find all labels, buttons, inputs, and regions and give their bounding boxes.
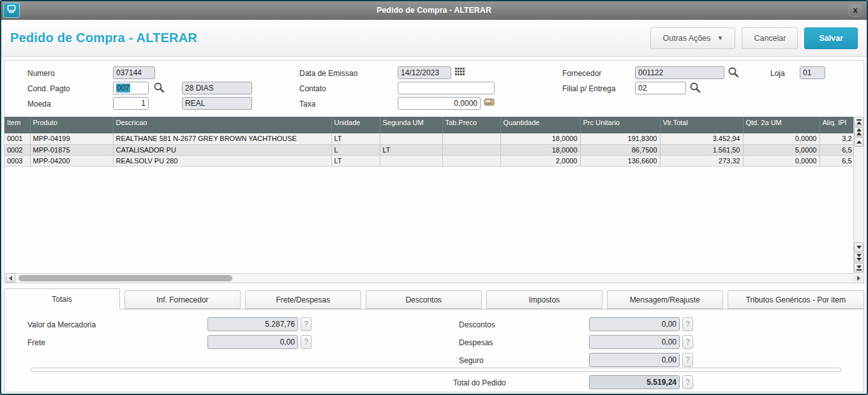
totals-separator (30, 368, 842, 372)
cell-prc-unitario[interactable]: 136,6600 (580, 155, 660, 166)
cell-quantidade[interactable]: 18,0000 (500, 144, 580, 155)
cell-descricao[interactable]: CATALISADOR PU (113, 144, 331, 155)
cancelar-button[interactable]: Cancelar (742, 27, 798, 49)
tab-inf-fornecedor[interactable]: Inf. Fornecedor (124, 290, 241, 309)
loja-field[interactable] (800, 66, 825, 79)
col-prc-unitario[interactable]: Prc Unitario (580, 117, 660, 133)
col-qtd-2a-um[interactable]: Qtd. 2a UM (743, 117, 819, 133)
grid-horizontal-scrollbar[interactable] (4, 273, 853, 283)
cell-quantidade[interactable]: 2,0000 (500, 155, 580, 166)
taxa-label: Taxa (299, 100, 315, 108)
cell-aliq-ipi[interactable]: 3,2 (819, 133, 855, 144)
col-aliq-ipi[interactable]: Aliq. IPI (819, 117, 855, 133)
cell-aliq-ipi[interactable]: 6,5 (819, 144, 855, 155)
filial-entrega-search-icon[interactable] (689, 82, 701, 93)
cell-prc-unitario[interactable]: 86,7500 (580, 144, 660, 155)
cell-tab-preco[interactable] (442, 155, 500, 166)
valor-mercadoria-field[interactable] (207, 317, 298, 331)
cond-pagto-field[interactable]: 007 (113, 82, 149, 94)
cell-unidade[interactable]: L (331, 144, 380, 155)
moeda-desc-field[interactable] (182, 97, 252, 110)
scroll-up-icon[interactable] (854, 137, 864, 147)
cell-vlr-total[interactable]: 1.561,50 (660, 144, 743, 155)
scroll-page-up-icon[interactable] (854, 127, 864, 137)
col-item[interactable]: Item (4, 117, 30, 133)
outras-acoes-button[interactable]: Outras Ações ▼ (650, 27, 735, 49)
scroll-right-icon[interactable] (853, 273, 864, 283)
cell-segunda-um[interactable] (380, 155, 442, 166)
calendar-icon[interactable] (455, 67, 467, 78)
col-unidade[interactable]: Unidade (331, 117, 380, 133)
hscroll-thumb[interactable] (19, 275, 232, 281)
tab-frete-despesas[interactable]: Frete/Despesas (245, 290, 361, 309)
fornecedor-search-icon[interactable] (728, 66, 739, 78)
cell-item[interactable]: 0002 (4, 144, 30, 155)
col-segunda-um[interactable]: Segunda UM (380, 117, 442, 133)
col-descricao[interactable]: Descricao (113, 117, 331, 133)
help-icon[interactable]: ? (682, 353, 693, 367)
moeda-field[interactable] (113, 97, 149, 110)
tab-descontos[interactable]: Descontos (366, 290, 482, 309)
filial-entrega-field[interactable] (635, 82, 686, 94)
help-icon[interactable]: ? (682, 317, 693, 331)
cell-descricao[interactable]: REALTHANE 581 N-2677 GREY BROWN YACHTHOU… (113, 133, 331, 144)
cell-item[interactable]: 0001 (4, 133, 30, 144)
help-icon[interactable]: ? (682, 335, 693, 349)
tab-mensagem-reajuste[interactable]: Mensagem/Reajuste (607, 290, 723, 309)
col-tab-preco[interactable]: Tab.Preco (442, 117, 500, 133)
tab-tributos-genericos[interactable]: Tributos Genéricos - Por item (728, 290, 864, 309)
table-row[interactable]: 0001 MPP-04199 REALTHANE 581 N-2677 GREY… (4, 133, 855, 144)
close-icon[interactable]: x (848, 4, 862, 17)
cell-produto[interactable]: MPP-04199 (30, 133, 113, 144)
scroll-to-bottom-icon[interactable] (854, 263, 864, 272)
calculator-icon[interactable] (484, 98, 495, 109)
scroll-left-icon[interactable] (6, 273, 15, 283)
cell-vlr-total[interactable]: 273,32 (660, 155, 743, 166)
taxa-field[interactable] (398, 97, 481, 110)
cell-segunda-um[interactable] (380, 133, 442, 144)
table-row[interactable]: 0003 MPP-04200 REALSOLV PU 280 LT 2,0000… (4, 155, 855, 166)
cell-unidade[interactable]: LT (331, 133, 380, 144)
cell-tab-preco[interactable] (442, 144, 500, 155)
cell-qtd-2a-um[interactable]: 5,0000 (743, 144, 819, 155)
scroll-to-top-icon[interactable] (854, 117, 864, 126)
cell-aliq-ipi[interactable]: 6,5 (819, 155, 855, 166)
table-row[interactable]: 0002 MPP-01875 CATALISADOR PU L LT 18,00… (4, 144, 855, 155)
cell-produto[interactable]: MPP-04200 (30, 155, 113, 166)
help-icon[interactable]: ? (301, 317, 311, 331)
cond-pagto-desc-field[interactable] (182, 82, 252, 94)
cell-prc-unitario[interactable]: 191,8300 (580, 133, 660, 144)
cell-qtd-2a-um[interactable]: 0,0000 (743, 155, 819, 166)
cond-pagto-search-icon[interactable] (153, 82, 165, 93)
scroll-down-icon[interactable] (854, 242, 864, 252)
fornecedor-field[interactable] (635, 66, 724, 79)
cell-vlr-total[interactable]: 3.452,94 (660, 133, 743, 144)
despesas-field[interactable] (589, 335, 680, 349)
cell-quantidade[interactable]: 18,0000 (500, 133, 580, 144)
vscroll-track[interactable] (854, 147, 864, 242)
salvar-button[interactable]: Salvar (804, 27, 858, 49)
cell-produto[interactable]: MPP-01875 (30, 144, 113, 155)
cell-descricao[interactable]: REALSOLV PU 280 (113, 155, 331, 166)
cell-item[interactable]: 0003 (4, 155, 30, 166)
total-pedido-field[interactable] (589, 375, 680, 389)
col-produto[interactable]: Produto (30, 117, 113, 133)
seguro-field[interactable] (589, 353, 680, 367)
scroll-page-down-icon[interactable] (854, 253, 864, 262)
cell-tab-preco[interactable] (442, 133, 500, 144)
cell-unidade[interactable]: LT (331, 155, 380, 166)
numero-field[interactable] (113, 66, 155, 79)
grid-vertical-scrollbar[interactable] (853, 117, 864, 273)
col-vlr-total[interactable]: Vlr.Total (660, 117, 743, 133)
help-icon[interactable]: ? (682, 375, 693, 389)
data-emissao-field[interactable] (398, 66, 451, 79)
contato-field[interactable] (398, 82, 495, 94)
help-icon[interactable]: ? (301, 335, 311, 349)
tab-impostos[interactable]: Impostos (486, 290, 602, 309)
col-quantidade[interactable]: Quantidade (500, 117, 580, 133)
frete-field[interactable] (207, 335, 298, 349)
cell-segunda-um[interactable]: LT (380, 144, 442, 155)
cell-qtd-2a-um[interactable]: 0,0000 (743, 133, 819, 144)
descontos-field[interactable] (589, 317, 680, 331)
tab-totais[interactable]: Totais (4, 288, 120, 309)
